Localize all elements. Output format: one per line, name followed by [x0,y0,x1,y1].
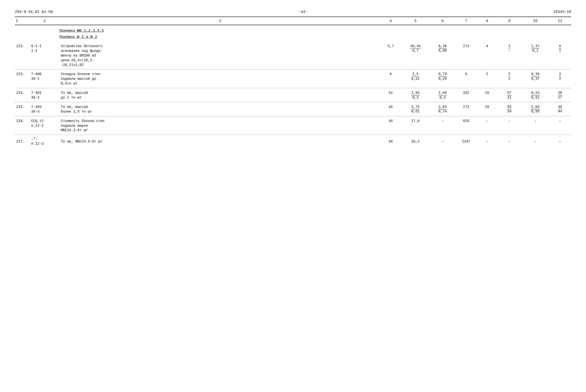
row-213-col10: 0,390,37 [522,72,549,81]
row-216-col4: 46 [381,118,401,124]
header-right: 25343-10 [553,10,571,14]
row-216-col11: – [549,118,571,124]
row-215-col9: 9334 [497,104,522,114]
row-212-col6: 0,280,08 [430,44,455,53]
row-216-col9: – [497,118,522,124]
table-body: Приямки №№ I,2,3,4,5 Приямок № I и № 2 2… [15,25,571,148]
row-216-col7: 8IO [455,118,477,124]
col-header-4: 4 [381,19,401,23]
row-215-code: 7-403 36-4 [30,104,59,114]
row-216-col5: I7,6 [401,118,430,124]
row-214-col9: 572I [497,90,522,100]
row-213-col7: 9 [455,72,477,77]
row-217-desc: То же, ФБС24.5-6т шт [59,139,381,144]
col-header-11: II [549,19,571,23]
col-header-3: 3 [59,19,381,23]
table-row: 2I5. 7-403 36-4 То же, массой более I,5 … [15,102,571,116]
section-title-2: Приямок № I и № 2 [15,34,571,42]
col-header-10: IO [522,19,549,23]
col-header-1: I [15,19,30,23]
row-215-col5: 3,750,61 [401,104,430,114]
row-214-col8: I6 [477,90,497,96]
col-header-7: 7 [455,19,477,23]
row-215-desc: То же, массой более I,5 тн шт [59,104,381,114]
row-213-desc: Укладка блоков стен подвала массой до 0,… [59,72,381,86]
row-215-col10: I,040,95 [522,104,549,114]
row-217-col7: I297 [455,139,477,144]
row-217-col5: 28,2 [401,139,430,144]
table-row: 2I2. 6-I-I I-I Устройство бетонного осно… [15,42,571,70]
row-213-num: 2I3. [15,72,30,77]
table-row: 2I6. ССЦ т2 п.I2-I Стоимость блоков стен… [15,116,571,135]
row-217-col11: – [549,139,571,144]
row-215-col6: 2,030,74 [430,104,455,114]
row-213-col6: 0,790,29 [430,72,455,81]
col-header-6: 6 [430,19,455,23]
row-214-col6: I,090,4 [430,90,455,100]
row-213-col8: I [477,72,497,77]
col-header-9: 9 [497,19,522,23]
header-left: 294-8-34.92 Ал.УШ [15,10,53,14]
col-header-5: 5 [401,19,430,23]
row-212-col4: 5,7 [381,44,401,49]
row-212-desc: Устройство бетонного основания под фунда… [59,44,381,68]
row-215-col4: 46 [381,104,401,110]
row-214-col10: 0,530,52 [522,90,549,100]
row-215-num: 2I5. [15,104,30,110]
row-214-col4: 52 [381,90,401,96]
row-217-col10: – [522,139,549,144]
row-217-col8: – [477,139,497,144]
row-214-code: 7-4OI 36-2 [30,90,59,100]
row-215-col11: 4844 [549,104,571,114]
row-216-col6: – [430,118,455,124]
row-212-code: 6-I-I I-I [30,44,59,54]
row-217-col9: – [497,139,522,144]
row-216-desc: Стоимость блоков стен подвала марки ФБС2… [59,118,381,134]
col-header-8: 8 [477,19,497,23]
row-212-col11: 8I [549,44,571,53]
row-212-col9: 2– [497,44,522,53]
table-row: 2I4. 7-4OI 36-2 То же, массой до I тн шт… [15,88,571,102]
row-214-num: 2I4. [15,90,30,96]
row-214-col7: IOI [455,90,477,96]
row-212-num: 2I2. [15,44,30,49]
row-216-col10: – [522,118,549,124]
row-215-col7: I73 [455,104,477,110]
column-headers: I 2 3 4 5 6 7 8 9 IO II [15,17,571,25]
row-217-col4: 46 [381,139,401,144]
row-214-col11: 2827 [549,90,571,100]
table-row: 2I7. –"- п.I2-3 То же, ФБС24.5-6т шт 46 … [15,135,571,148]
row-214-desc: То же, массой до I тн шт [59,90,381,100]
section-title-1: Приямки №№ I,2,3,4,5 [15,25,571,34]
row-217-num: 2I7. [15,139,30,144]
row-213-col5: I,50,22 [401,72,430,81]
table-row: 2I3. 7-400 36-I Укладка блоков стен подв… [15,70,571,88]
row-216-num: 2I6. [15,118,30,124]
row-212-col5: 30,340,7 [401,44,430,53]
row-217-col6: – [430,139,455,144]
row-212-col8: 4 [477,44,497,49]
row-213-col9: 52 [497,72,522,81]
row-213-col11: 22 [549,72,571,81]
header-center: -43- [299,10,308,14]
row-212-col10: I,370,1 [522,44,549,53]
row-214-col5: I,950,3 [401,90,430,100]
row-212-col7: I73 [455,44,477,49]
col-header-2: 2 [30,19,59,23]
row-217-code: –"- п.I2-3 [30,136,59,147]
row-216-code: ССЦ т2 п.I2-I [30,118,59,129]
row-213-col4: 6 [381,72,401,77]
row-213-code: 7-400 36-I [30,72,59,82]
row-215-col8: 28 [477,104,497,110]
row-216-col8: – [477,118,497,124]
